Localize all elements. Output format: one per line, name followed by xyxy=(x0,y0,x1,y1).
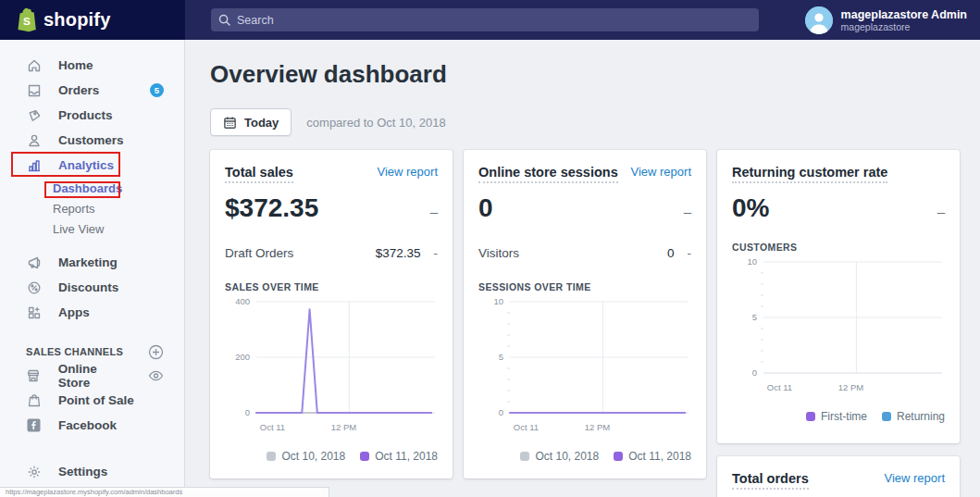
sidebar-item-settings[interactable]: Settings xyxy=(0,459,184,484)
sidebar-item-products[interactable]: Products xyxy=(0,103,184,128)
calendar-icon xyxy=(223,116,237,130)
date-range-button[interactable]: Today xyxy=(210,108,292,136)
svg-text:Oct 11: Oct 11 xyxy=(767,382,792,392)
sessions-change: – xyxy=(684,204,691,219)
sidebar: Home Orders 5 Products Customers xyxy=(0,40,185,497)
search-icon xyxy=(218,14,230,26)
shopify-wordmark: shopify xyxy=(43,9,111,31)
svg-text:200: 200 xyxy=(235,352,250,362)
sidebar-item-marketing[interactable]: Marketing xyxy=(0,250,184,275)
home-icon xyxy=(26,57,42,73)
main-content: Overview dashboard Today compared to Oct… xyxy=(185,40,980,497)
analytics-icon xyxy=(26,157,42,173)
legend-swatch-oct11 xyxy=(360,452,369,461)
sales-chart-legend: Oct 10, 2018 Oct 11, 2018 xyxy=(225,450,438,463)
sessions-chart-legend: Oct 10, 2018 Oct 11, 2018 xyxy=(478,450,691,463)
svg-text:S: S xyxy=(23,15,31,27)
card-title-returning: Returning customer rate xyxy=(732,165,887,183)
eye-icon xyxy=(148,370,164,381)
user-name: mageplazastore Admin xyxy=(841,8,967,21)
returning-rate-value: 0% xyxy=(732,193,769,223)
customers-label: CUSTOMERS xyxy=(732,242,945,253)
svg-text:400: 400 xyxy=(235,296,250,306)
sidebar-item-home[interactable]: Home xyxy=(0,53,184,78)
sidebar-item-apps[interactable]: Apps xyxy=(0,300,184,325)
user-menu[interactable]: mageplazastore Admin mageplazastore xyxy=(805,6,967,34)
sessions-over-time-chart: 0510Oct 1112 PM xyxy=(478,294,691,442)
svg-text:Oct 11: Oct 11 xyxy=(260,422,285,432)
dashboard-controls: Today compared to Oct 10, 2018 xyxy=(210,108,980,136)
sales-channels-header: SALES CHANNELS xyxy=(0,341,184,363)
plus-circle-icon xyxy=(148,344,164,360)
sidebar-item-point-of-sale[interactable]: Point of Sale xyxy=(0,388,184,413)
svg-text:10: 10 xyxy=(747,256,757,267)
add-channel-button[interactable] xyxy=(148,344,164,360)
legend-swatch-first-time xyxy=(806,412,815,421)
sidebar-item-live-view[interactable]: Live View xyxy=(0,218,184,239)
legend-swatch-oct11 xyxy=(614,452,623,461)
online-store-icon xyxy=(26,367,42,383)
shopify-logo[interactable]: S shopify xyxy=(0,0,185,40)
draft-orders-row: Draft Orders $372.35 - xyxy=(225,246,438,260)
view-report-link-sessions[interactable]: View report xyxy=(630,165,691,179)
card-title-sessions: Online store sessions xyxy=(478,165,618,183)
view-report-link-sales[interactable]: View report xyxy=(377,165,438,179)
search-bar[interactable] xyxy=(211,8,759,31)
legend-swatch-oct10 xyxy=(520,452,529,461)
sales-over-time-label: SALES OVER TIME xyxy=(225,281,438,292)
customers-icon xyxy=(26,132,42,148)
user-info: mageplazastore Admin mageplazastore xyxy=(841,8,967,32)
sidebar-item-online-store[interactable]: Online Store xyxy=(0,363,184,388)
svg-text:10: 10 xyxy=(493,296,503,306)
returning-rate-change: – xyxy=(937,204,945,219)
card-total-orders: Total orders View report xyxy=(717,456,960,497)
svg-text:0: 0 xyxy=(752,367,757,378)
svg-text:12 PM: 12 PM xyxy=(585,422,611,432)
card-returning-customer-rate: Returning customer rate 0% – CUSTOMERS 0… xyxy=(717,150,960,443)
sidebar-item-reports[interactable]: Reports xyxy=(0,198,184,218)
search-input[interactable] xyxy=(237,14,751,27)
card-total-sales: Total sales View report $372.35 – Draft … xyxy=(210,150,453,478)
sidebar-item-dashboards[interactable]: Dashboards xyxy=(0,178,184,198)
topbar: S shopify mageplazastore Admin mageplaza xyxy=(0,0,980,40)
avatar xyxy=(805,6,833,34)
legend-swatch-oct10 xyxy=(267,452,276,461)
user-store-name: mageplazastore xyxy=(841,21,967,32)
svg-text:Oct 11: Oct 11 xyxy=(514,422,539,432)
svg-text:5: 5 xyxy=(499,352,503,362)
sales-over-time-chart: 0200400Oct 1112 PM xyxy=(225,294,438,442)
browser-status-url: https://mageplazastore.myshopify.com/adm… xyxy=(0,487,329,497)
svg-text:12 PM: 12 PM xyxy=(838,382,864,392)
sidebar-item-customers[interactable]: Customers xyxy=(0,128,184,153)
card-online-store-sessions: Online store sessions View report 0 – Vi… xyxy=(464,150,706,478)
visitors-row: Visitors 0 - xyxy=(478,246,691,260)
customers-chart: 0510Oct 1112 PM xyxy=(732,255,945,403)
shopify-bag-icon: S xyxy=(15,7,37,32)
view-online-store-button[interactable] xyxy=(148,370,164,381)
products-icon xyxy=(26,107,42,123)
orders-icon xyxy=(26,82,42,98)
svg-text:5: 5 xyxy=(752,312,757,322)
sidebar-item-facebook[interactable]: Facebook xyxy=(0,413,184,438)
total-sales-change: – xyxy=(430,204,438,219)
discounts-icon xyxy=(26,280,42,295)
orders-count-badge: 5 xyxy=(150,83,164,97)
card-title-total-orders: Total orders xyxy=(732,471,809,490)
legend-swatch-returning xyxy=(882,412,891,421)
apps-icon xyxy=(26,304,42,320)
facebook-icon xyxy=(26,417,42,433)
card-title-total-sales: Total sales xyxy=(225,165,293,183)
customers-chart-legend: First-time Returning xyxy=(732,410,945,423)
sessions-value: 0 xyxy=(478,193,493,223)
page-title: Overview dashboard xyxy=(210,60,980,89)
total-sales-value: $372.35 xyxy=(225,193,318,223)
sidebar-item-discounts[interactable]: Discounts xyxy=(0,275,184,300)
svg-text:0: 0 xyxy=(499,407,503,417)
marketing-icon xyxy=(26,255,42,270)
sidebar-item-orders[interactable]: Orders 5 xyxy=(0,78,184,103)
svg-text:12 PM: 12 PM xyxy=(331,422,357,432)
sidebar-item-analytics[interactable]: Analytics xyxy=(0,153,184,178)
view-report-link-orders[interactable]: View report xyxy=(884,471,945,485)
svg-text:0: 0 xyxy=(245,407,250,417)
sessions-over-time-label: SESSIONS OVER TIME xyxy=(478,281,691,292)
